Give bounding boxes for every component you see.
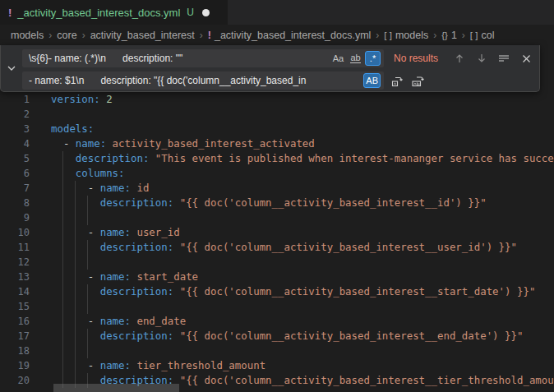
breadcrumb-item-col[interactable]: [ ]col [470,30,495,41]
code-line-content: - name: id [51,181,554,196]
indent-guides [51,136,62,151]
line-number: 17 [0,329,30,344]
symbol-object-icon: {} [441,30,448,40]
line-number: 13 [0,270,30,284]
previous-match-button[interactable] [451,50,468,67]
breadcrumb-item-1[interactable]: {}1 [441,30,457,41]
code-line[interactable]: 8description: "{{ doc('column__activity_… [0,196,554,210]
code-line[interactable]: 14description: "{{ doc('column__activity… [0,284,554,299]
match-case-button[interactable]: Aa [330,51,346,66]
breadcrumb-item-activity-based-interest[interactable]: activity_based_interest [90,30,195,41]
indent-guides [51,240,99,255]
line-number: 18 [0,344,30,358]
whole-word-button[interactable]: ab [348,51,363,66]
code-line-content [51,210,554,225]
code-line-content: description: "{{ doc('column__activity_b… [51,284,554,299]
line-number: 20 [0,373,30,388]
code-line-content: - name: end_date [51,314,554,329]
code-line[interactable]: 18 [0,344,554,358]
code-line[interactable]: 5description: "This event is published w… [0,151,554,166]
code-line[interactable]: 9 [0,210,554,225]
indent-guides [51,344,99,358]
replace-row: - name: $1\n description: "{{ doc('colum… [22,71,534,90]
indent-guides [51,329,99,344]
selection-icon [498,53,510,64]
code-line[interactable]: 3models: [0,122,554,136]
code-line-content: description: "{{ doc('column__activity_b… [51,240,554,255]
code-line-content: - name: user_id [51,225,554,240]
breadcrumb-item-core[interactable]: core [57,30,76,41]
find-in-selection-button[interactable] [496,50,512,67]
breadcrumb-label: models [11,30,44,41]
replace-all-button[interactable] [410,72,427,89]
code-line[interactable]: 2 [0,107,554,122]
line-number: 2 [0,107,30,122]
code-line[interactable]: 7- name: id [0,181,554,196]
breadcrumb: models›core›activity_based_interest›!_ac… [0,25,554,45]
tab-activity-based-interest-docs[interactable]: ! _activity_based_interest_docs.yml U [0,0,229,25]
breadcrumb-label: activity_based_interest [90,30,195,41]
preserve-case-button[interactable]: AB [363,73,381,88]
regex-button[interactable]: .* [365,51,381,66]
code-line[interactable]: 16- name: end_date [0,314,554,329]
breadcrumb-separator-icon: › [462,30,465,41]
code-line-content: columns: [51,166,554,181]
find-input[interactable]: \s{6}- name: (.*)\n description: "" Aa a… [22,49,384,67]
tab-filename: _activity_based_interest_docs.yml [17,7,180,19]
code-line[interactable]: 10- name: user_id [0,225,554,240]
code-line-content [51,255,554,270]
code-line-content [51,299,554,314]
code-line-content [51,107,554,122]
arrow-up-icon [454,53,465,64]
line-number: 8 [0,196,30,210]
find-row: \s{6}- name: (.*)\n description: "" Aa a… [22,49,534,67]
code-line-content: description: "This event is published wh… [51,151,554,166]
indent-guides [51,255,99,270]
code-line[interactable]: 19- name: tier_threshold_amount [0,358,554,373]
replace-input[interactable]: - name: $1\n description: "{{ doc('colum… [22,71,384,90]
indent-guides [51,225,86,240]
breadcrumb-item-models[interactable]: [ ]models [384,30,428,41]
horizontal-scrollbar[interactable] [53,384,179,392]
editor-code-area[interactable]: 1version: 223models:4- name: activity_ba… [0,92,554,388]
code-line[interactable]: 15 [0,299,554,314]
code-line[interactable]: 12 [0,255,554,270]
breadcrumb-separator-icon: › [48,30,52,41]
indent-guides [51,196,99,210]
code-line-content: - name: start_date [51,270,554,284]
symbol-array-icon: [ ] [384,30,392,40]
tab-bar: ! _activity_based_interest_docs.yml U [0,0,554,25]
yaml-file-icon: ! [8,7,12,19]
code-line[interactable]: 1version: 2 [0,92,554,107]
line-number: 5 [0,151,30,166]
breadcrumb-item-models[interactable]: models [11,30,44,41]
line-number: 14 [0,284,30,299]
line-number: 3 [0,122,30,136]
dirty-dot-icon[interactable] [202,9,210,16]
line-number: 16 [0,314,30,329]
indent-guides [51,284,99,299]
close-icon [521,53,532,64]
code-line-content [51,344,554,358]
code-line[interactable]: 4- name: activity_based_interest_activat… [0,136,554,151]
code-line[interactable]: 17description: "{{ doc('column__activity… [0,329,554,344]
indent-guides [51,299,99,314]
code-line[interactable]: 11description: "{{ doc('column__activity… [0,240,554,255]
breadcrumb-label: col [481,30,494,41]
find-replace-widget: \s{6}- name: (.*)\n description: "" Aa a… [0,45,540,92]
next-match-button[interactable] [473,50,490,67]
line-number: 15 [0,299,30,314]
line-number: 19 [0,358,30,373]
close-find-button[interactable] [518,50,534,67]
find-input-value: \s{6}- name: (.*)\n description: "" [29,53,329,64]
toggle-replace-button[interactable] [1,45,22,91]
breadcrumb-item--activity-based-interest-docs-yml[interactable]: !_activity_based_interest_docs.yml [208,30,372,41]
breadcrumb-separator-icon: › [200,30,203,41]
code-line[interactable]: 13- name: start_date [0,270,554,284]
line-number: 4 [0,136,30,151]
replace-button[interactable] [389,72,405,89]
code-line[interactable]: 6columns: [0,166,554,181]
replace-all-icon [412,75,425,87]
code-line-content: models: [51,122,554,136]
indent-guides [51,314,86,329]
